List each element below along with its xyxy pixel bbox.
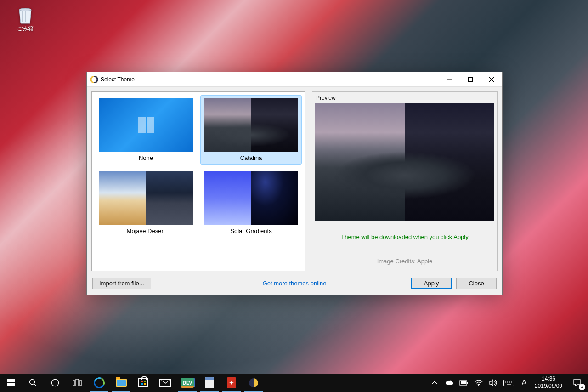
select-theme-window: Select Theme None bbox=[86, 72, 503, 295]
preview-status: Theme will be downloaded when you click … bbox=[315, 233, 494, 240]
theme-item-mojave[interactable]: Mojave Desert bbox=[96, 169, 196, 237]
task-view-icon bbox=[73, 379, 82, 386]
store-icon bbox=[138, 378, 148, 387]
recycle-bin[interactable]: ごみ箱 bbox=[11, 5, 39, 33]
tray-ime-mode[interactable]: A bbox=[517, 374, 531, 392]
taskbar-mail[interactable] bbox=[154, 374, 176, 392]
mail-icon bbox=[159, 379, 171, 387]
theme-label: Mojave Desert bbox=[127, 227, 165, 234]
battery-icon bbox=[459, 380, 469, 386]
theme-app-icon bbox=[249, 378, 258, 387]
svg-point-15 bbox=[478, 385, 479, 386]
cortana-icon bbox=[51, 379, 59, 387]
edge-icon bbox=[92, 376, 107, 390]
tray-chevron[interactable] bbox=[427, 374, 442, 392]
close-button[interactable]: Close bbox=[456, 278, 497, 289]
start-button[interactable] bbox=[0, 374, 22, 392]
taskbar: DEV ✦ A 14:36 2019/08/09 3 bbox=[0, 374, 588, 392]
minimize-button[interactable] bbox=[439, 72, 460, 86]
tray-ime-keyboard[interactable] bbox=[501, 374, 517, 392]
folder-icon bbox=[116, 379, 127, 387]
desktop: ごみ箱 Select Theme None bbox=[0, 0, 588, 392]
search-icon bbox=[29, 379, 37, 387]
theme-label: Catalina bbox=[240, 154, 262, 161]
cloud-icon bbox=[445, 380, 453, 386]
taskbar-dev[interactable]: DEV bbox=[176, 374, 198, 392]
window-title: Select Theme bbox=[101, 76, 135, 83]
tray-onedrive[interactable] bbox=[442, 374, 457, 392]
maximize-button[interactable] bbox=[460, 72, 481, 86]
preview-label: Preview bbox=[315, 95, 494, 101]
theme-item-none[interactable]: None bbox=[96, 96, 196, 164]
svg-rect-13 bbox=[467, 382, 468, 384]
taskbar-edge[interactable] bbox=[88, 374, 110, 392]
theme-thumb-catalina bbox=[204, 98, 298, 152]
taskbar-explorer[interactable] bbox=[110, 374, 132, 392]
tray-wifi[interactable] bbox=[471, 374, 486, 392]
wifi-icon bbox=[475, 380, 483, 386]
chevron-up-icon bbox=[432, 380, 437, 386]
theme-item-solar[interactable]: Solar Gradients bbox=[201, 169, 301, 237]
tray-clock[interactable]: 14:36 2019/08/09 bbox=[531, 374, 566, 392]
preview-image bbox=[315, 103, 494, 221]
taskbar-store[interactable] bbox=[132, 374, 154, 392]
taskbar-notepad[interactable] bbox=[198, 374, 220, 392]
svg-rect-10 bbox=[76, 379, 79, 386]
preview-panel: Preview Theme will be downloaded when yo… bbox=[312, 91, 498, 271]
clock-time: 14:36 bbox=[542, 375, 555, 383]
more-themes-link[interactable]: Get more themes online bbox=[263, 280, 327, 287]
document-icon: ✦ bbox=[227, 377, 236, 388]
keyboard-icon bbox=[503, 380, 514, 386]
theme-thumb-solar bbox=[204, 171, 298, 225]
theme-thumb-none bbox=[99, 98, 193, 152]
task-view-button[interactable] bbox=[66, 374, 88, 392]
tray-battery[interactable] bbox=[457, 374, 471, 392]
tray-volume[interactable] bbox=[486, 374, 501, 392]
svg-rect-3 bbox=[469, 77, 473, 81]
taskbar-reddoc[interactable]: ✦ bbox=[220, 374, 243, 392]
theme-label: Solar Gradients bbox=[230, 227, 271, 234]
theme-label: None bbox=[139, 154, 153, 161]
search-button[interactable] bbox=[22, 374, 44, 392]
theme-item-catalina[interactable]: Catalina bbox=[201, 96, 301, 164]
svg-rect-9 bbox=[73, 381, 75, 385]
apply-button[interactable]: Apply bbox=[411, 278, 452, 289]
svg-rect-11 bbox=[79, 381, 82, 385]
notification-badge: 3 bbox=[579, 384, 585, 390]
notepad-icon bbox=[205, 377, 214, 388]
app-icon bbox=[90, 76, 98, 83]
clock-date: 2019/08/09 bbox=[535, 383, 562, 390]
bottom-row: Import from file... Get more themes onli… bbox=[87, 273, 502, 295]
svg-point-6 bbox=[30, 380, 35, 385]
import-button[interactable]: Import from file... bbox=[92, 278, 151, 289]
recycle-bin-icon bbox=[16, 5, 34, 25]
dev-icon: DEV bbox=[181, 378, 194, 388]
windows-logo-icon bbox=[7, 379, 15, 386]
theme-grid: None Catalina Mojave Desert bbox=[91, 91, 305, 271]
tray-notifications[interactable]: 3 bbox=[566, 374, 588, 392]
close-window-button[interactable] bbox=[481, 72, 502, 86]
svg-point-8 bbox=[52, 380, 59, 386]
speaker-icon bbox=[489, 379, 498, 386]
svg-line-7 bbox=[34, 384, 36, 386]
theme-thumb-mojave bbox=[99, 171, 193, 225]
svg-rect-14 bbox=[461, 381, 466, 384]
windows-logo-icon bbox=[138, 117, 154, 133]
svg-point-0 bbox=[19, 8, 31, 11]
recycle-bin-label: ごみ箱 bbox=[17, 25, 34, 33]
titlebar[interactable]: Select Theme bbox=[87, 72, 502, 87]
preview-credits: Image Credits: Apple bbox=[315, 258, 494, 265]
taskbar-themeapp[interactable] bbox=[243, 374, 265, 392]
cortana-button[interactable] bbox=[44, 374, 66, 392]
